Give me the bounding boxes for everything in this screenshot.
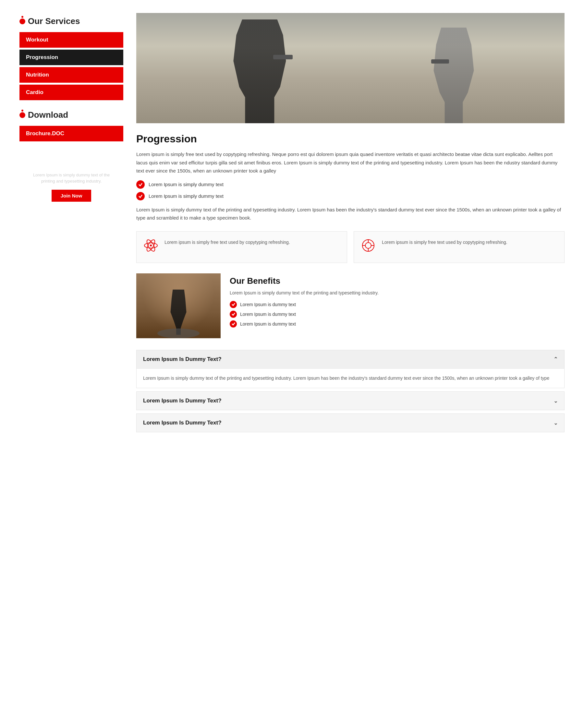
main-content: Progression Lorem ipsum is simply free t… [136, 13, 564, 436]
services-menu: Workout Progression Nutrition Cardio [20, 32, 123, 100]
check-icon-2 [136, 192, 145, 201]
promo-title: Ready to Visit ? [47, 162, 96, 169]
hero-image [136, 13, 564, 123]
menu-item-progression[interactable]: Progression [20, 50, 123, 65]
menu-item-workout[interactable]: Workout [20, 32, 123, 48]
feature-card-2-text: Lorem ipsum is simply free text used by … [382, 239, 507, 246]
benefits-content: Our Benefits Lorem Ipsum is simply dummy… [230, 274, 564, 338]
benefits-image [136, 274, 221, 338]
dumbbell-left [273, 55, 293, 59]
check-list: Lorem Ipsum is simply dummy text Lorem I… [136, 180, 564, 201]
services-section-title: Our Services [20, 16, 123, 26]
benefit-item-3: Lorem Ipsum is dummy text [230, 320, 564, 328]
menu-item-cardio[interactable]: Cardio [20, 85, 123, 100]
check-item-2-text: Lorem Ipsum is simply dummy text [149, 193, 224, 199]
promo-text: Lorem Ipsum is simply dummy text of the … [26, 172, 117, 184]
accordion-2-chevron: ⌄ [554, 398, 558, 404]
feature-card-1: Lorem ipsum is simply free text used by … [136, 231, 347, 263]
lifesaver-icon-wrap [360, 239, 377, 256]
download-title-dot [20, 112, 25, 118]
promo-join-button[interactable]: Join Now [52, 190, 92, 202]
accordion-1-body: Lorem Ipsum is simply dummy text of the … [136, 368, 564, 388]
benefit-item-2: Lorem Ipsum is dummy text [230, 311, 564, 318]
benefits-image-inner [136, 274, 221, 338]
accordion-2-question: Lorem Ipsum Is Dummy Text? [143, 397, 222, 404]
atom-icon [144, 238, 158, 256]
content-desc-2: Lorem Ipsum is simply dummy text of the … [136, 206, 564, 222]
benefits-list: Lorem Ipsum is dummy text Lorem Ipsum is… [230, 301, 564, 328]
services-title-text: Our Services [28, 16, 80, 26]
accordion-1: Lorem Ipsum Is Dummy Text? ⌃ Lorem Ipsum… [136, 350, 564, 389]
dumbbell-right [431, 59, 449, 63]
accordion-1-question: Lorem Ipsum Is Dummy Text? [143, 356, 222, 363]
feature-card-2: Lorem ipsum is simply free text used by … [354, 231, 564, 263]
accordion-3-chevron: ⌄ [554, 420, 558, 426]
accordion-3-header[interactable]: Lorem Ipsum Is Dummy Text? ⌄ [136, 414, 564, 432]
accordion-2-header[interactable]: Lorem Ipsum Is Dummy Text? ⌄ [136, 392, 564, 410]
benefit-text-1: Lorem Ipsum is dummy text [240, 302, 296, 307]
benefit-text-2: Lorem Ipsum is dummy text [240, 312, 296, 317]
download-menu: Brochure.DOC [20, 126, 123, 141]
benefits-figure [167, 290, 190, 335]
download-title-text: Download [28, 110, 68, 120]
benefit-check-3 [230, 320, 237, 328]
download-section-title: Download [20, 110, 123, 120]
menu-item-nutrition[interactable]: Nutrition [20, 67, 123, 83]
download-brochure[interactable]: Brochure.DOC [20, 126, 123, 141]
benefit-text-3: Lorem Ipsum is dummy text [240, 321, 296, 327]
benefit-check-2 [230, 311, 237, 318]
feature-cards: Lorem ipsum is simply free text used by … [136, 231, 564, 263]
services-title-dot [20, 19, 25, 24]
lifesaver-icon [361, 238, 376, 256]
sidebar: Our Services Workout Progression Nutriti… [20, 13, 123, 436]
tire-base [157, 329, 200, 338]
svg-point-3 [150, 244, 152, 246]
check-item-2: Lorem Ipsum is simply dummy text [136, 192, 564, 201]
benefit-item-1: Lorem Ipsum is dummy text [230, 301, 564, 308]
check-item-1-text: Lorem Ipsum is simply dummy text [149, 182, 224, 187]
check-icon-1 [136, 180, 145, 189]
content-desc-1: Lorem ipsum is simply free text used by … [136, 150, 564, 175]
accordion-1-header[interactable]: Lorem Ipsum Is Dummy Text? ⌃ [136, 350, 564, 368]
feature-card-1-text: Lorem ipsum is simply free text used by … [164, 239, 290, 246]
atom-icon-wrap [143, 239, 159, 256]
hero-image-wrapper [136, 13, 564, 123]
svg-point-5 [365, 242, 371, 249]
check-item-1: Lorem Ipsum is simply dummy text [136, 180, 564, 189]
accordion-3-question: Lorem Ipsum Is Dummy Text? [143, 420, 222, 426]
accordion-2: Lorem Ipsum Is Dummy Text? ⌄ [136, 391, 564, 410]
benefit-check-1 [230, 301, 237, 308]
accordion-3: Lorem Ipsum Is Dummy Text? ⌄ [136, 413, 564, 432]
content-title: Progression [136, 133, 564, 145]
page-wrapper: Our Services Workout Progression Nutriti… [0, 0, 584, 448]
benefits-section: Our Benefits Lorem Ipsum is simply dummy… [136, 274, 564, 338]
promo-card: Ready to Visit ? Lorem Ipsum is simply d… [20, 149, 123, 214]
accordion-1-chevron: ⌃ [554, 356, 558, 362]
benefits-desc: Lorem Ipsum is simply dummy text of the … [230, 289, 564, 296]
benefits-title: Our Benefits [230, 276, 564, 286]
